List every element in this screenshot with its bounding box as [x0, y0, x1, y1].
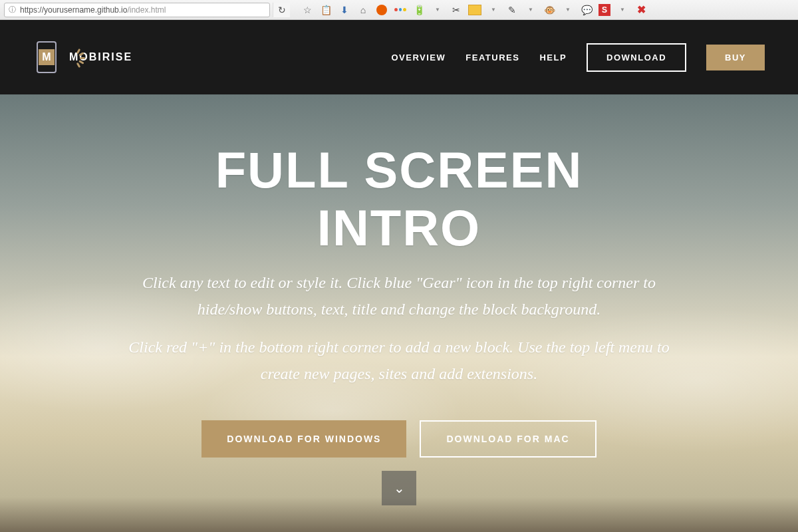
main-nav: OVERVIEW FEATURES HELP DOWNLOAD BUY	[391, 43, 765, 72]
dropdown-icon[interactable]: ▼	[561, 3, 575, 17]
nav-overview[interactable]: OVERVIEW	[391, 53, 446, 63]
hero-title[interactable]: FULL SCREEN INTRO	[126, 141, 672, 257]
reload-button[interactable]: ↻	[273, 3, 290, 17]
download-windows-button[interactable]: DOWNLOAD FOR WINDOWS	[201, 420, 406, 458]
chat-icon[interactable]: 💬	[580, 3, 593, 17]
buy-button[interactable]: BUY	[706, 45, 765, 70]
eyedropper-icon[interactable]: ✎	[505, 3, 519, 17]
toolbar-icons: ☆ 📋 ⬇ ⌂ 🔋 ▼ ✂ ▼ ✎ ▼ 🐵 ▼ 💬 S ▼ ✖	[301, 3, 648, 17]
info-icon: ⓘ	[9, 5, 16, 15]
site-header: M MOBIRISE OVERVIEW FEATURES HELP DOWNLO…	[0, 20, 798, 94]
scissors-icon[interactable]: ✂	[450, 3, 463, 17]
address-bar[interactable]: ⓘ https://yourusername.github.io/index.h…	[4, 3, 270, 17]
monkey-icon[interactable]: 🐵	[543, 3, 556, 17]
download-button[interactable]: DOWNLOAD	[587, 43, 686, 72]
nav-features[interactable]: FEATURES	[466, 53, 519, 63]
bookmark-star-icon[interactable]: ☆	[301, 3, 314, 17]
url-text: https://yourusername.github.io/index.htm…	[20, 5, 265, 15]
dropdown-icon[interactable]: ▼	[487, 3, 500, 17]
x-close-icon[interactable]: ✖	[634, 3, 648, 17]
clipboard-icon[interactable]: 📋	[319, 3, 332, 17]
logo-icon: M	[33, 41, 60, 74]
yellow-badge-icon[interactable]	[468, 3, 481, 17]
downloads-icon[interactable]: ⬇	[338, 3, 351, 17]
scroll-down-button[interactable]: ⌄	[382, 471, 416, 505]
logo[interactable]: M MOBIRISE	[33, 41, 132, 74]
duckduckgo-icon[interactable]	[375, 3, 388, 17]
color-dots-icon[interactable]	[394, 3, 407, 17]
logo-letter: M	[39, 49, 55, 65]
home-icon[interactable]: ⌂	[356, 3, 370, 17]
dropdown-icon[interactable]: ▼	[616, 3, 629, 17]
dropdown-icon[interactable]: ▼	[431, 3, 444, 17]
hero-buttons: DOWNLOAD FOR WINDOWS DOWNLOAD FOR MAC	[126, 420, 672, 458]
chevron-down-icon: ⌄	[394, 480, 405, 496]
nav-help[interactable]: HELP	[539, 53, 567, 63]
browser-toolbar: ⓘ https://yourusername.github.io/index.h…	[0, 0, 798, 20]
hero-subtitle-1[interactable]: Click any text to edit or style it. Clic…	[126, 270, 672, 323]
download-mac-button[interactable]: DOWNLOAD FOR MAC	[420, 420, 596, 458]
dropdown-icon[interactable]: ▼	[524, 3, 537, 17]
hero-section: FULL SCREEN INTRO Click any text to edit…	[0, 94, 798, 532]
hero-subtitle-2[interactable]: Click red "+" in the bottom right corner…	[126, 334, 672, 387]
battery-icon[interactable]: 🔋	[412, 3, 426, 17]
s-badge-icon[interactable]: S	[598, 4, 610, 16]
